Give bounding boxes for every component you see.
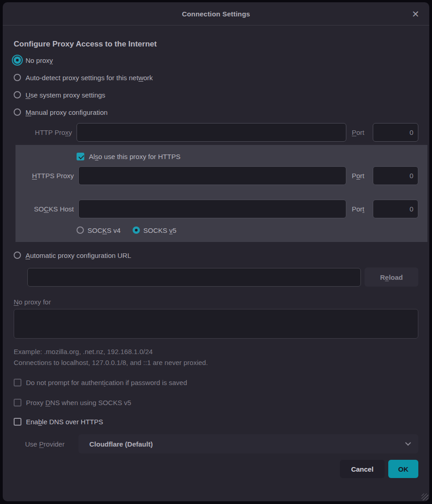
highlighted-section: Also use this proxy for HTTPS HTTPS Prox…: [15, 145, 427, 242]
radio-row-no-proxy[interactable]: No proxy: [14, 51, 418, 69]
radio-row-auto-detect[interactable]: Auto-detect proxy settings for this netw…: [14, 69, 418, 86]
provider-row: Use Provider Cloudflare (Default): [25, 434, 418, 453]
proxy-dns-label: Proxy DNS when using SOCKS v5: [26, 399, 131, 406]
localhost-note-hint: Connections to localhost, 127.0.0.1/8, a…: [14, 359, 418, 366]
close-icon: ✕: [412, 9, 420, 20]
connection-settings-dialog: Connection Settings ✕ Configure Proxy Ac…: [3, 2, 429, 501]
auto-config-url-input: [27, 268, 361, 287]
http-port-input: [373, 123, 418, 142]
cancel-button-label: Cancel: [351, 465, 373, 473]
radio-row-manual-proxy[interactable]: Manual proxy configuration: [14, 103, 418, 121]
socks-host-row: SOCKS Host Port: [15, 200, 418, 218]
radio-socks-v5-label: SOCKS v5: [144, 226, 177, 234]
provider-dropdown: Cloudflare (Default): [78, 434, 418, 453]
proxy-dns-checkbox: [14, 399, 21, 406]
dialog-content: Configure Proxy Access to the Internet N…: [3, 40, 429, 483]
no-proxy-for-label: No proxy for: [14, 298, 418, 306]
socks-version-row: SOCKS v4 SOCKS v5: [77, 224, 418, 237]
also-https-row: Also use this proxy for HTTPS: [77, 149, 418, 164]
radio-auto-url-label: Automatic proxy configuration URL: [26, 252, 131, 259]
radio-no-proxy-label: No proxy: [26, 57, 53, 64]
no-prompt-auth-row: Do not prompt for authentication if pass…: [14, 379, 418, 386]
reload-button: Reload: [365, 267, 418, 287]
radio-manual-proxy-label: Manual proxy configuration: [26, 108, 108, 116]
http-port-label: Port: [349, 129, 370, 136]
no-prompt-auth-label: Do not prompt for authentication if pass…: [26, 379, 187, 386]
enable-doh-checkbox[interactable]: [14, 418, 21, 426]
radio-manual-proxy[interactable]: [14, 108, 21, 116]
ok-button[interactable]: OK: [388, 460, 418, 478]
socks-port-label: Port: [349, 205, 370, 213]
radio-system-proxy[interactable]: [14, 91, 21, 98]
radio-row-auto-url[interactable]: Automatic proxy configuration URL: [14, 247, 418, 264]
footer-buttons: Cancel OK: [14, 460, 418, 478]
no-prompt-auth-checkbox: [14, 379, 21, 386]
radio-system-proxy-label: Use system proxy settings: [26, 91, 105, 99]
radio-auto-detect-label: Auto-detect proxy settings for this netw…: [26, 74, 153, 82]
page-title: Configure Proxy Access to the Internet: [14, 40, 418, 49]
https-proxy-row: HTTPS Proxy Port: [15, 166, 418, 185]
radio-row-system-proxy[interactable]: Use system proxy settings: [14, 86, 418, 103]
provider-label: Use Provider: [25, 440, 76, 448]
cancel-button[interactable]: Cancel: [340, 460, 385, 478]
enable-doh-row[interactable]: Enable DNS over HTTPS: [14, 418, 418, 426]
reload-button-label: Reload: [380, 273, 403, 281]
https-port-input: [373, 166, 418, 185]
also-https-label: Also use this proxy for HTTPS: [89, 153, 180, 160]
also-https-checkbox: [77, 153, 84, 160]
socks-host-label: SOCKS Host: [15, 205, 76, 213]
radio-no-proxy[interactable]: [14, 57, 21, 64]
chevron-down-icon: [405, 440, 411, 446]
close-button[interactable]: ✕: [408, 7, 423, 21]
proxy-dns-row: Proxy DNS when using SOCKS v5: [14, 399, 418, 406]
radio-socks-v4: [77, 226, 84, 234]
http-proxy-row: HTTP Proxy Port: [14, 123, 418, 142]
https-proxy-input: [78, 166, 346, 185]
dialog-header: Connection Settings ✕: [3, 2, 429, 26]
ok-button-label: OK: [398, 465, 409, 473]
radio-auto-url[interactable]: [14, 252, 21, 259]
socks-port-input: [373, 200, 418, 218]
https-proxy-label: HTTPS Proxy: [15, 172, 76, 180]
radio-socks-v5: [133, 226, 140, 234]
radio-socks-v4-label: SOCKS v4: [87, 226, 121, 234]
no-proxy-example-hint: Example: .mozilla.org, .net.nz, 192.168.…: [14, 348, 418, 355]
provider-selected-value: Cloudflare (Default): [89, 440, 153, 448]
auto-config-url-row: Reload: [27, 267, 418, 287]
resize-grip[interactable]: [422, 494, 428, 500]
https-port-label: Port: [349, 172, 370, 180]
enable-doh-label: Enable DNS over HTTPS: [26, 418, 103, 426]
no-proxy-for-textarea: [14, 309, 418, 339]
dialog-title: Connection Settings: [182, 10, 250, 18]
radio-auto-detect[interactable]: [14, 74, 21, 81]
http-proxy-label: HTTP Proxy: [14, 129, 74, 136]
http-proxy-input: [77, 123, 346, 142]
socks-host-input: [78, 200, 346, 218]
